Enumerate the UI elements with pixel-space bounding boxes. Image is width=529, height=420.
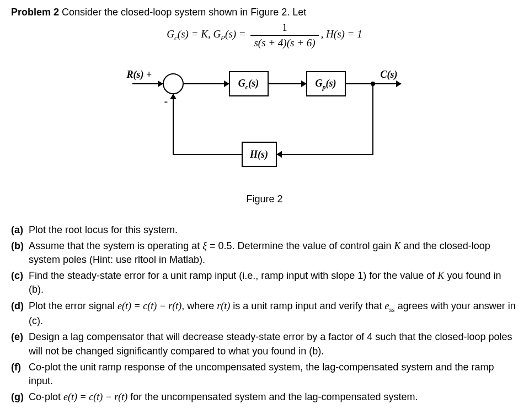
part-b-label: (b) [11,239,29,267]
block-diagram: R(s) + - Gc(s) Gp(s) C(s) H(s) [110,67,419,206]
parts-list: (a) Plot the root locus for this system.… [11,223,518,405]
line-h-to-left [173,154,242,155]
summer-junction [163,73,184,94]
numerator: 1 [250,20,318,36]
figure-caption: Figure 2 [110,192,419,206]
part-e-label: (e) [11,330,29,358]
gp-block: Gp(s) [306,71,346,96]
line-feedback-up [173,94,174,155]
line-feedback-down [372,83,373,155]
equation-row: Gc(s) = K, GP(s) = 1s(s + 4)(s + 6), H(s… [11,20,518,50]
problem-intro: Consider the closed-loop system shown in… [62,7,306,18]
h-block: H(s) [242,142,277,167]
part-c-text: Find the steady-state error for a unit r… [29,269,518,297]
part-b-text: Assume that the system is operating at ξ… [29,239,518,267]
minus-sign: - [164,93,168,109]
part-f-text: Co-plot the unit ramp response of the un… [29,360,518,388]
part-e: (e) Design a lag compensator that will d… [11,330,518,358]
part-d: (d) Plot the error signal e(t) = c(t) − … [11,299,518,329]
part-c: (c) Find the steady-state error for a un… [11,269,518,297]
line-gc-to-gp [269,83,306,84]
denominator: s(s + 4)(s + 6) [250,36,318,51]
line-feedback-to-h [277,154,373,155]
line-r-to-sum [132,83,163,84]
part-g: (g) Co-plot e(t) = c(t) − r(t) for the u… [11,390,518,404]
problem-header: Problem 2 Consider the closed-loop syste… [11,6,518,19]
fraction: 1s(s + 4)(s + 6) [250,20,318,50]
gc-block: Gc(s) [229,71,269,96]
c-signal-label: C(s) [381,68,398,82]
part-d-text: Plot the error signal e(t) = c(t) − r(t)… [29,299,518,329]
problem-label: Problem 2 [11,7,59,18]
eq-gp-sub: P [221,34,225,42]
part-c-label: (c) [11,269,29,297]
part-a-text: Plot the root locus for this system. [29,223,518,237]
eq-text2: (s) = [225,29,248,40]
part-b: (b) Assume that the system is operating … [11,239,518,267]
part-f: (f) Co-plot the unit ramp response of th… [11,360,518,388]
part-a-label: (a) [11,223,29,237]
eq-text3: , H(s) = 1 [321,29,362,40]
line-sum-to-gc [184,83,229,84]
part-f-label: (f) [11,360,29,388]
part-g-text: Co-plot e(t) = c(t) − r(t) for the uncom… [29,390,518,404]
eq-gc-g: G [167,29,174,40]
r-signal-label: R(s) + [127,68,152,82]
part-d-label: (d) [11,299,29,329]
part-a: (a) Plot the root locus for this system. [11,223,518,237]
part-e-text: Design a lag compensator that will decre… [29,330,518,358]
eq-text1: (s) = K, G [178,29,221,40]
part-g-label: (g) [11,390,29,404]
